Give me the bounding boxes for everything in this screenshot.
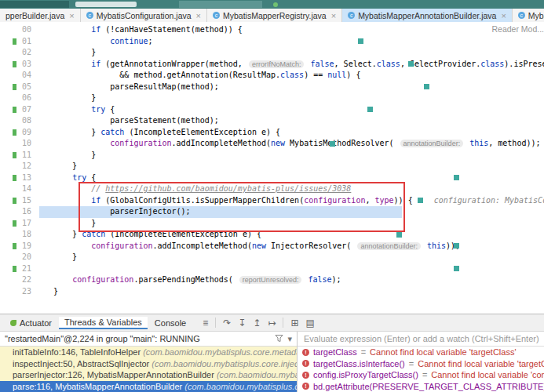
code-line[interactable]: 15 if (GlobalConfigUtils.isSupperMapperC… bbox=[0, 195, 544, 207]
run-to-cursor-icon[interactable]: ↦ bbox=[268, 318, 276, 328]
layout-settings-icon[interactable]: ▤ bbox=[306, 318, 315, 328]
code-text: } bbox=[44, 252, 77, 261]
code-line[interactable]: 03 if (getAnnotationWrapper(method, erro… bbox=[0, 59, 544, 71]
code-text-segments: && method.getAnnotation(ResultMap.class)… bbox=[39, 71, 360, 79]
editor[interactable]: 00 if (!canHaveStatement(method)) {01 co… bbox=[0, 22, 544, 314]
run-button[interactable] bbox=[273, 2, 278, 7]
code-line[interactable]: 23 } bbox=[0, 286, 544, 298]
step-over-icon[interactable]: ↷ bbox=[223, 318, 231, 328]
watch-row[interactable]: !bd.getAttribute(PRESERVE_TARGET_CLASS_A… bbox=[298, 381, 544, 392]
highlight-marker bbox=[367, 107, 373, 112]
debug-tab-actuator[interactable]: Actuator bbox=[5, 318, 57, 328]
close-icon[interactable]: × bbox=[69, 11, 74, 20]
line-number[interactable]: 06 bbox=[22, 93, 31, 102]
line-number[interactable]: 19 bbox=[22, 241, 31, 250]
line-number[interactable]: 23 bbox=[22, 287, 31, 296]
tab-label: pperBuilder.java bbox=[5, 11, 64, 20]
code-text-segments: } bbox=[39, 93, 96, 102]
code-line[interactable]: 12 } bbox=[0, 161, 544, 172]
line-number[interactable]: 10 bbox=[22, 139, 31, 147]
stack-frame-row[interactable]: initTableInfo:146, TableInfoHelper (com.… bbox=[0, 347, 297, 358]
debug-tab-threads-variables[interactable]: Threads & Variables bbox=[59, 317, 148, 329]
class-file-icon: c bbox=[518, 12, 525, 19]
line-number[interactable]: 03 bbox=[22, 60, 31, 68]
editor-tab[interactable]: cMybatisPlusAutoConfiguration.jav× bbox=[513, 9, 544, 22]
watch-row[interactable]: !config.isProxyTargetClass() = Cannot fi… bbox=[298, 369, 544, 381]
code-line[interactable]: 08 parseStatement(method); bbox=[0, 115, 544, 127]
code-text: InjectorResolver( bbox=[266, 241, 356, 250]
change-marker bbox=[13, 198, 16, 204]
stack-frame-row[interactable]: inspectInject:50, AbstractSqlInjector (c… bbox=[0, 358, 297, 370]
code-line[interactable]: 04 && method.getAnnotation(ResultMap.cla… bbox=[0, 70, 544, 82]
code-line[interactable]: 05 parseResultMap(method); bbox=[0, 82, 544, 93]
run-configuration-selector[interactable] bbox=[75, 2, 137, 7]
code-line[interactable]: 11 } bbox=[0, 150, 544, 162]
restore-layout-icon[interactable]: ≡ bbox=[203, 318, 208, 328]
line-number[interactable]: 09 bbox=[22, 128, 31, 136]
code-line[interactable]: 01 continue; bbox=[0, 36, 544, 48]
line-number[interactable]: 00 bbox=[22, 25, 31, 34]
line-number[interactable]: 05 bbox=[22, 82, 31, 91]
editor-tab[interactable]: cMybatisConfiguration.java× bbox=[81, 9, 207, 22]
code-line[interactable]: 22 configuration.parsePendingMethods( re… bbox=[0, 274, 544, 286]
line-number[interactable]: 15 bbox=[22, 196, 31, 205]
code-line[interactable]: 10 configuration.addIncompleteMethod(new… bbox=[0, 138, 544, 150]
code-line[interactable]: 06 } bbox=[0, 93, 544, 104]
code-line[interactable]: 17 } bbox=[0, 218, 544, 230]
line-number[interactable]: 16 bbox=[22, 207, 31, 216]
code-line[interactable]: 16 parserInjector(); bbox=[0, 206, 544, 218]
keyword: class bbox=[280, 71, 304, 79]
highlight-marker bbox=[424, 84, 429, 89]
code-line[interactable]: 21 bbox=[0, 263, 544, 275]
code-text: )) { bbox=[394, 196, 413, 205]
evaluate-expression-input[interactable]: Evaluate expression (Enter) or add a wat… bbox=[298, 332, 544, 347]
code-text: , bbox=[365, 196, 374, 205]
code-line[interactable]: 14 // https://github.com/baomidou/mybati… bbox=[0, 183, 544, 195]
line-number[interactable]: 07 bbox=[22, 105, 31, 114]
step-out-icon[interactable]: ↥ bbox=[253, 318, 261, 328]
editor-tab[interactable]: cMybatisMapperRegistry.java× bbox=[207, 9, 342, 22]
code-line[interactable]: 18 } catch (IncompleteElementException e… bbox=[0, 229, 544, 241]
code-text: ).isPresent() bbox=[504, 60, 544, 68]
thread-selector[interactable]: "restartedMain"@2,224 in group "main": R… bbox=[0, 332, 297, 347]
code-line[interactable]: 09 } catch (IncompleteElementException e… bbox=[0, 127, 544, 139]
gutter: 12 bbox=[0, 161, 39, 172]
editor-tab[interactable]: pperBuilder.java× bbox=[0, 9, 81, 22]
debug-tab-console[interactable]: Console bbox=[149, 318, 192, 328]
code-line[interactable]: 07 try { bbox=[0, 104, 544, 116]
filter-icon[interactable] bbox=[275, 334, 283, 344]
line-number[interactable]: 02 bbox=[22, 48, 31, 56]
line-number[interactable]: 01 bbox=[22, 37, 31, 45]
line-number[interactable]: 21 bbox=[22, 264, 31, 273]
code-line[interactable]: 13 try { bbox=[0, 172, 544, 184]
code-line[interactable]: 19 configuration.addIncompleteMethod(new… bbox=[0, 241, 544, 252]
line-number[interactable]: 08 bbox=[22, 116, 31, 125]
code-text-segments: } catch (IncompleteElementException e) { bbox=[39, 128, 280, 136]
line-number[interactable]: 14 bbox=[22, 184, 31, 193]
stack-frame-row[interactable]: parse:116, MybatisMapperAnnotationBuilde… bbox=[0, 381, 297, 392]
editor-tab[interactable]: cMybatisMapperAnnotationBuilder.java× bbox=[342, 9, 513, 22]
code-line[interactable]: 20 } bbox=[0, 252, 544, 263]
code-line[interactable]: 02 } bbox=[0, 47, 544, 59]
line-number[interactable]: 04 bbox=[22, 71, 31, 79]
line-number[interactable]: 13 bbox=[22, 173, 31, 182]
code-line[interactable]: 00 if (!canHaveStatement(method)) { bbox=[0, 24, 544, 36]
line-number[interactable]: 17 bbox=[22, 219, 31, 227]
close-icon[interactable]: × bbox=[501, 11, 506, 20]
code-text: { bbox=[105, 105, 115, 114]
close-icon[interactable]: × bbox=[196, 11, 201, 20]
line-number[interactable]: 11 bbox=[22, 151, 31, 159]
code-text-segments: if (!canHaveStatement(method)) { bbox=[39, 25, 243, 34]
watch-row[interactable]: !targetClass = Cannot find local variabl… bbox=[298, 347, 544, 358]
line-number[interactable]: 20 bbox=[22, 252, 31, 261]
chevron-down-icon[interactable]: ▾ bbox=[287, 334, 292, 344]
stack-frame-row[interactable]: parserInjector:126, MybatisMapperAnnotat… bbox=[0, 369, 297, 381]
close-icon[interactable]: × bbox=[331, 11, 336, 20]
line-number[interactable]: 22 bbox=[22, 275, 31, 284]
line-number[interactable]: 12 bbox=[22, 162, 31, 170]
watch-row[interactable]: !targetClass.isInterface() = Cannot find… bbox=[298, 358, 544, 370]
line-number[interactable]: 18 bbox=[22, 230, 31, 238]
step-into-icon[interactable]: ↧ bbox=[238, 318, 246, 328]
gutter: 11 bbox=[0, 150, 39, 162]
view-options-icon[interactable]: ⊞ bbox=[290, 318, 298, 328]
